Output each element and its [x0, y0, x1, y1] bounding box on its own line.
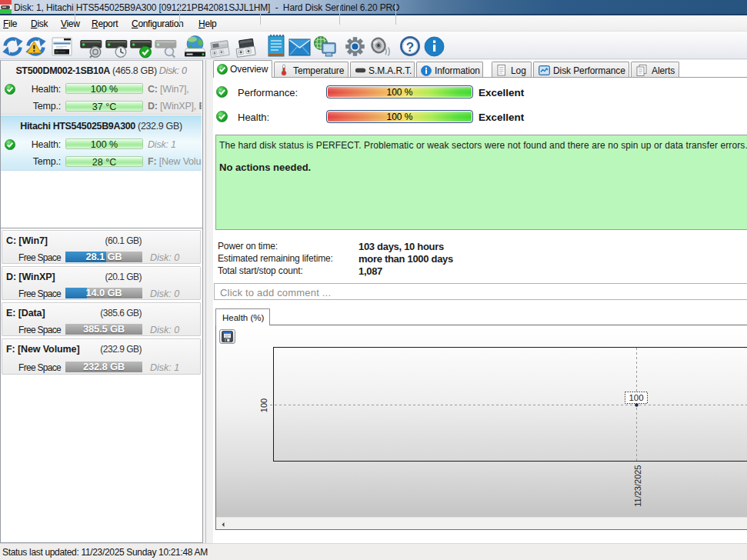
svg-text:?: ?: [406, 40, 414, 55]
svg-text:100: 100: [259, 398, 268, 412]
svg-text:11/23/2025: 11/23/2025: [633, 465, 642, 507]
svg-text:100: 100: [629, 393, 643, 402]
